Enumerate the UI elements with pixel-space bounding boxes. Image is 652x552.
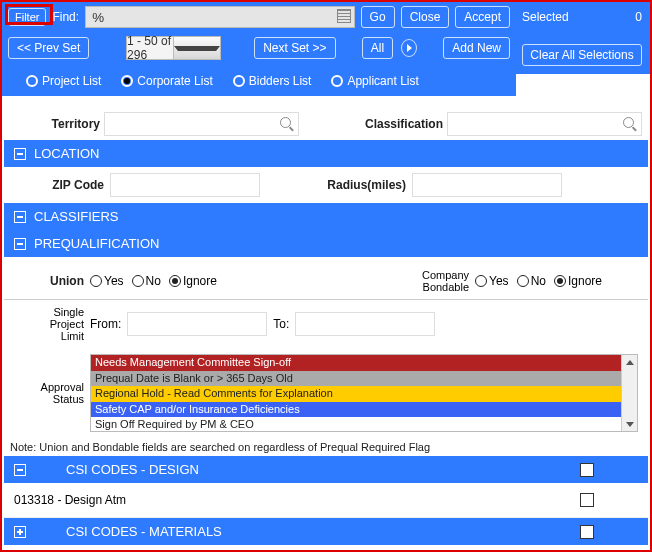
radius-label: Radius(miles) <box>266 178 406 192</box>
tab-corporate-list[interactable]: Corporate List <box>121 74 212 88</box>
radius-input[interactable] <box>412 173 562 197</box>
expand-icon <box>14 526 26 538</box>
union-no[interactable]: No <box>132 274 161 288</box>
approval-status-list[interactable]: Needs Management Committee Sign-off Preq… <box>90 354 638 432</box>
find-label: Find: <box>52 10 79 24</box>
zip-label: ZIP Code <box>14 178 104 192</box>
scroll-up-icon[interactable] <box>622 355 637 369</box>
next-set-button[interactable]: Next Set >> <box>254 37 335 59</box>
pager-dropdown[interactable]: 1 - 50 of 296 <box>126 36 221 60</box>
csi-materials-checkbox[interactable] <box>580 525 594 539</box>
list-item[interactable]: Prequal Date is Blank or > 365 Days Old <box>91 371 621 387</box>
close-button[interactable]: Close <box>401 6 450 28</box>
bondable-yes[interactable]: Yes <box>475 274 509 288</box>
union-ignore[interactable]: Ignore <box>169 274 217 288</box>
territory-input[interactable] <box>104 112 299 136</box>
chevron-down-icon <box>173 37 220 59</box>
union-label: Union <box>14 274 84 288</box>
pager-label: 1 - 50 of 296 <box>127 37 173 59</box>
tab-bidders-list[interactable]: Bidders List <box>233 74 312 88</box>
union-yes[interactable]: Yes <box>90 274 124 288</box>
from-label: From: <box>90 317 121 331</box>
list-scrollbar[interactable] <box>621 355 637 431</box>
nav-toolbar: << Prev Set 1 - 50 of 296 Next Set >> Al… <box>2 32 516 68</box>
csi-row-checkbox[interactable] <box>580 493 594 507</box>
union-options: Yes No Ignore <box>90 274 217 288</box>
prequal-note: Note: Union and Bondable fields are sear… <box>4 438 648 456</box>
section-prequalification[interactable]: PREQUALIFICATION <box>4 230 648 257</box>
selected-count: 0 <box>635 10 642 24</box>
spl-to-input[interactable] <box>295 312 435 336</box>
play-icon[interactable] <box>401 39 417 57</box>
approval-status-label: Approval Status <box>14 381 84 405</box>
list-item[interactable]: Regional Hold - Read Comments for Explan… <box>91 386 621 402</box>
find-input[interactable] <box>85 6 354 28</box>
bondable-ignore[interactable]: Ignore <box>554 274 602 288</box>
selected-label: Selected <box>522 10 569 24</box>
prev-set-button[interactable]: << Prev Set <box>8 37 89 59</box>
section-location[interactable]: LOCATION <box>4 140 648 167</box>
territory-label: Territory <box>10 117 100 131</box>
list-icon[interactable] <box>337 9 351 23</box>
clear-selections-button[interactable]: Clear All Selections <box>522 44 642 66</box>
classification-input[interactable] <box>447 112 642 136</box>
to-label: To: <box>273 317 289 331</box>
add-new-button[interactable]: Add New <box>443 37 510 59</box>
selection-panel: Selected 0 Clear All Selections <box>514 2 650 74</box>
collapse-icon <box>14 148 26 160</box>
section-csi-materials[interactable]: CSI CODES - MATERIALS <box>4 518 648 545</box>
csi-row: 013318 - Design Atm <box>4 483 648 518</box>
bondable-options: Yes No Ignore <box>475 274 602 288</box>
accept-button[interactable]: Accept <box>455 6 510 28</box>
collapse-icon <box>14 238 26 250</box>
zip-input[interactable] <box>110 173 260 197</box>
csi-design-checkbox[interactable] <box>580 463 594 477</box>
spl-from-input[interactable] <box>127 312 267 336</box>
list-item[interactable]: Safety CAP and/or Insurance Deficiencies <box>91 402 621 418</box>
tab-project-list[interactable]: Project List <box>26 74 101 88</box>
bondable-no[interactable]: No <box>517 274 546 288</box>
csi-code-label: 013318 - Design Atm <box>14 493 580 507</box>
section-classifiers[interactable]: CLASSIFIERS <box>4 203 648 230</box>
search-icon[interactable] <box>623 117 637 131</box>
filter-button[interactable]: Filter <box>8 8 46 26</box>
list-type-tabs: Project List Corporate List Bidders List… <box>2 68 516 96</box>
list-item[interactable]: Sign Off Required by PM & CEO <box>91 417 621 431</box>
scroll-down-icon[interactable] <box>622 417 637 431</box>
section-csi-design[interactable]: CSI CODES - DESIGN <box>4 456 648 483</box>
top-toolbar: Filter Find: Go Close Accept <box>2 2 516 32</box>
all-button[interactable]: All <box>362 37 393 59</box>
tab-applicant-list[interactable]: Applicant List <box>331 74 418 88</box>
search-icon[interactable] <box>280 117 294 131</box>
classification-label: Classification <box>303 117 443 131</box>
collapse-icon <box>14 211 26 223</box>
company-bondable-label: Company Bondable <box>409 269 469 293</box>
list-item[interactable]: Needs Management Committee Sign-off <box>91 355 621 371</box>
spl-label: Single Project Limit <box>14 306 84 342</box>
go-button[interactable]: Go <box>361 6 395 28</box>
collapse-icon <box>14 464 26 476</box>
filter-content: Territory Classification LOCATION ZIP Co… <box>4 108 648 548</box>
